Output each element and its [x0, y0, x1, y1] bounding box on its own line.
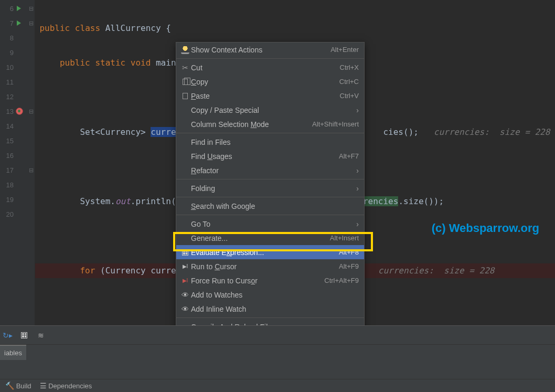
cut-icon: ✂ [182, 63, 188, 72]
menu-force-run-to-cursor[interactable]: ▶IForce Run to CursorCtrl+Alt+F9 [176, 273, 364, 288]
menu-add-to-watches[interactable]: 👁Add to Watches [176, 288, 364, 302]
menu-copy[interactable]: CopyCtrl+C [176, 75, 364, 89]
tab-build[interactable]: 🔨 Build [5, 382, 31, 390]
line-number: 9 [3, 49, 14, 57]
settings-icon[interactable]: ≋ [36, 330, 46, 341]
variables-tab[interactable]: iables [0, 345, 26, 360]
class-name: AllCurrency { [100, 23, 171, 33]
menu-find-in-files[interactable]: Find in Files [176, 135, 364, 149]
run-class-icon[interactable] [17, 6, 21, 11]
menu-column-selection[interactable]: Column Selection ModeAlt+Shift+Insert [176, 117, 364, 131]
menu-paste[interactable]: PasteCtrl+V [176, 89, 364, 103]
inline-hint: currencies: size = 228 [363, 266, 494, 276]
force-run-cursor-icon: ▶I [183, 278, 188, 283]
code-text: cies(); [383, 127, 433, 137]
layers-icon: ☰ [40, 382, 47, 390]
menu-separator [176, 58, 364, 59]
run-method-icon[interactable] [17, 20, 21, 26]
calculator-icon[interactable] [19, 330, 29, 341]
line-number: 16 [3, 152, 14, 160]
menu-separator [176, 317, 364, 318]
line-number: 14 [3, 122, 14, 130]
line-number: 8 [3, 34, 14, 42]
bottom-tool-tabs: 🔨 Build ☰ Dependencies [0, 379, 555, 392]
line-number: 20 [3, 210, 14, 218]
menu-run-to-cursor[interactable]: ▶IRun to CursorAlt+F9 [176, 259, 364, 273]
line-number: 19 [3, 196, 14, 204]
debug-panel: ↻▸ ≋ iables 🔨 Build ☰ Dependencies [0, 325, 555, 392]
line-number: 18 [3, 181, 14, 189]
line-number: 17 [3, 166, 14, 174]
calculator-icon [182, 249, 188, 256]
menu-cut[interactable]: ✂CutCtrl+X [176, 60, 364, 75]
hammer-icon: 🔨 [5, 382, 14, 390]
menu-search-google[interactable]: Search with Google [176, 199, 364, 213]
line-number: 12 [3, 93, 14, 101]
menu-add-inline-watch[interactable]: 👁Add Inline Watch [176, 302, 364, 316]
fold-icon[interactable]: ⊟ [29, 5, 34, 12]
restart-frame-icon[interactable]: ↻▸ [2, 330, 13, 341]
copy-icon [183, 79, 188, 85]
menu-go-to[interactable]: Go To› [176, 217, 364, 231]
line-number: 7 [3, 19, 14, 27]
line-number: 6 [3, 5, 14, 13]
keyword: for [80, 266, 95, 276]
menu-separator [176, 179, 364, 179]
breakpoint-icon[interactable] [16, 108, 23, 115]
menu-folding[interactable]: Folding› [176, 181, 364, 195]
bulb-icon [181, 46, 189, 54]
menu-find-usages[interactable]: Find UsagesAlt+F7 [176, 149, 364, 163]
tab-dependencies[interactable]: ☰ Dependencies [40, 382, 92, 390]
line-number: 10 [3, 63, 14, 71]
debug-toolbar: ↻▸ ≋ [0, 326, 555, 345]
keyword: public static void [60, 58, 151, 68]
line-number: 15 [3, 137, 14, 145]
inline-watch-icon: 👁 [182, 305, 189, 313]
watches-icon: 👁 [182, 291, 189, 299]
keyword: public [39, 23, 70, 33]
fold-icon[interactable]: ⊟ [29, 20, 34, 27]
fold-icon[interactable]: ⊟ [29, 108, 34, 115]
menu-refactor[interactable]: Refactor› [176, 163, 364, 177]
run-cursor-icon: ▶I [183, 263, 188, 269]
field: out [115, 196, 131, 206]
gutter: 6⊟ 7⊟ 8 9 10 11 12 13⊟ 14 15 16 17⊟ 18 1… [0, 0, 35, 325]
code-text: .size()); [398, 196, 444, 206]
menu-copy-paste-special[interactable]: Copy / Paste Special› [176, 103, 364, 117]
menu-separator [176, 197, 364, 197]
selected-token: curre [151, 127, 176, 137]
line-number: 11 [3, 78, 14, 86]
menu-separator [176, 133, 364, 133]
paste-icon [183, 93, 188, 99]
line-number: 13 [3, 108, 14, 115]
code-text: System. [80, 196, 115, 206]
code-text: Set<Currency> [80, 127, 151, 137]
menu-separator [176, 215, 364, 215]
menu-evaluate-expression[interactable]: Evaluate Expression...Alt+F8 [176, 245, 364, 259]
inline-hint: currencies: size = 228 [434, 127, 550, 137]
fold-icon[interactable]: ⊟ [29, 167, 34, 174]
menu-generate[interactable]: Generate...Alt+Insert [176, 231, 364, 245]
code-text: .println( [131, 196, 176, 206]
menu-show-context-actions[interactable]: Show Context ActionsAlt+Enter [176, 43, 364, 57]
watermark: (c) Websparrow.org [432, 221, 539, 235]
keyword: class [75, 23, 100, 33]
code-text: (Currency curre [95, 266, 176, 276]
